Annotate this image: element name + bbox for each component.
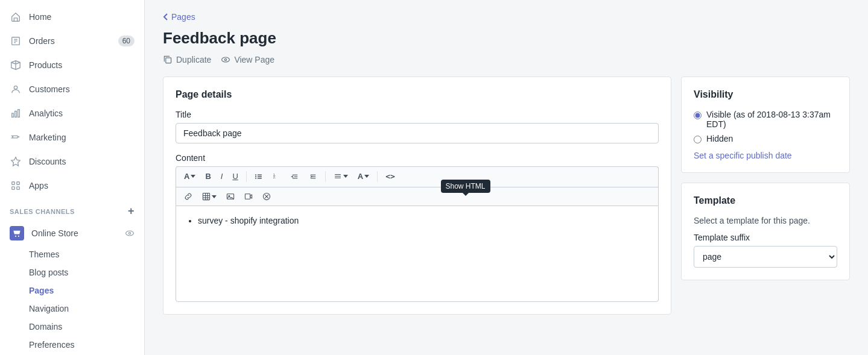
svg-point-28 <box>255 177 256 178</box>
title-input[interactable] <box>176 123 659 143</box>
view-page-button[interactable]: View Page <box>221 55 274 64</box>
svg-rect-9 <box>12 182 15 185</box>
orders-icon <box>10 35 22 47</box>
svg-point-4 <box>14 86 17 89</box>
align-button[interactable] <box>329 170 352 183</box>
sidebar-sub-domains[interactable]: Domains <box>0 318 144 336</box>
breadcrumb[interactable]: Pages <box>163 12 850 22</box>
template-title: Template <box>694 195 837 206</box>
indent-button[interactable] <box>305 170 322 183</box>
ul-button[interactable] <box>250 170 267 183</box>
sidebar-item-analytics[interactable]: Analytics <box>0 101 144 125</box>
visibility-title: Visibility <box>694 89 837 100</box>
online-store-label: Online Store <box>31 228 78 238</box>
svg-rect-6 <box>15 111 17 117</box>
svg-point-16 <box>128 232 130 234</box>
template-suffix-select[interactable]: page contact faq <box>694 246 837 268</box>
separator-1 <box>246 171 247 182</box>
sidebar-sub-themes[interactable]: Themes <box>0 245 144 263</box>
italic-button[interactable]: I <box>217 169 227 183</box>
clear-formatting-button[interactable] <box>258 190 275 203</box>
customers-icon <box>10 83 22 95</box>
page-details-title: Page details <box>176 89 659 100</box>
sidebar-item-marketing[interactable]: Marketing <box>0 125 144 149</box>
sidebar-item-apps-label: Apps <box>29 181 48 190</box>
sidebar-sub-navigation[interactable]: Navigation <box>0 300 144 318</box>
visibility-options: Visible (as of 2018-08-13 3:37am EDT) Hi… <box>694 110 837 143</box>
svg-point-26 <box>255 175 256 177</box>
duplicate-button[interactable]: Duplicate <box>163 55 211 64</box>
sidebar: Home Orders 60 Products Customers Anal <box>0 0 145 355</box>
editor-toolbar-row2: Show HTML <box>176 187 659 206</box>
svg-marker-8 <box>11 157 20 166</box>
svg-rect-48 <box>245 194 250 199</box>
orders-badge: 60 <box>118 36 135 46</box>
content-area: Page details Title Content A B I U <box>163 77 850 315</box>
sidebar-item-online-store[interactable]: Online Store <box>0 221 144 245</box>
video-button[interactable] <box>240 190 257 203</box>
analytics-icon <box>10 107 22 119</box>
sidebar-sub-preferences[interactable]: Preferences <box>0 336 144 354</box>
svg-rect-21 <box>166 58 171 63</box>
sidebar-item-home[interactable]: Home <box>0 5 144 29</box>
svg-rect-11 <box>12 187 15 190</box>
sidebar-sub-blog-posts[interactable]: Blog posts <box>0 263 144 281</box>
sidebar-item-home-label: Home <box>29 12 51 22</box>
editor-content[interactable]: survey - shopify integration <box>176 206 659 302</box>
side-cards: Visibility Visible (as of 2018-08-13 3:3… <box>681 77 850 315</box>
sidebar-item-apps[interactable]: Apps <box>0 174 144 198</box>
table-button[interactable] <box>198 190 221 203</box>
marketing-icon <box>10 131 22 143</box>
sidebar-item-discounts[interactable]: Discounts <box>0 149 144 174</box>
text-color-button[interactable]: A <box>353 169 373 183</box>
template-description: Select a template for this page. <box>694 216 837 225</box>
main-content: Pages Feedback page Duplicate View Page … <box>145 0 868 355</box>
sales-channels-title: SALES CHANNELS + <box>0 198 144 221</box>
svg-point-13 <box>15 236 16 237</box>
sidebar-sub-items: Themes Blog posts Pages Navigation Domai… <box>0 245 144 354</box>
sidebar-item-discounts-label: Discounts <box>29 157 66 166</box>
sidebar-item-products[interactable]: Products <box>0 53 144 77</box>
sidebar-sub-pages[interactable]: Pages <box>0 281 144 300</box>
set-publish-date-button[interactable]: Set a specific publish date <box>694 151 792 160</box>
separator-2 <box>325 171 326 182</box>
ol-button[interactable]: 1.2. <box>268 170 285 183</box>
outdent-button[interactable] <box>287 170 303 183</box>
add-sales-channel-button[interactable]: + <box>128 205 135 218</box>
underline-button[interactable]: U <box>228 169 242 183</box>
template-suffix-label: Template suffix <box>694 233 837 242</box>
svg-point-14 <box>18 236 19 237</box>
discounts-icon <box>10 156 22 168</box>
sidebar-item-analytics-label: Analytics <box>29 108 63 118</box>
show-html-button[interactable]: <> <box>381 169 399 183</box>
svg-rect-5 <box>12 113 14 117</box>
products-icon <box>10 59 22 71</box>
online-store-view-icon[interactable] <box>125 228 135 238</box>
apps-icon <box>10 180 22 192</box>
svg-rect-10 <box>17 182 20 185</box>
bold-button[interactable]: B <box>201 169 215 183</box>
hidden-radio[interactable] <box>694 136 702 143</box>
sidebar-item-orders[interactable]: Orders 60 <box>0 29 144 53</box>
sidebar-item-customers[interactable]: Customers <box>0 77 144 101</box>
svg-point-24 <box>255 174 256 175</box>
sidebar-item-marketing-label: Marketing <box>29 133 66 142</box>
visible-radio[interactable] <box>694 112 702 119</box>
svg-rect-41 <box>203 193 209 199</box>
font-button[interactable]: A <box>180 169 200 183</box>
breadcrumb-label: Pages <box>171 12 195 22</box>
content-label: Content <box>176 153 659 163</box>
editor-toolbar: A B I U 1.2. <box>176 166 659 187</box>
template-card: Template Select a template for this page… <box>681 183 850 280</box>
svg-point-15 <box>126 231 134 236</box>
page-title: Feedback page <box>163 29 850 48</box>
link-button[interactable] <box>180 190 197 203</box>
visible-label: Visible (as of 2018-08-13 3:37am EDT) <box>706 110 837 129</box>
sidebar-item-orders-label: Orders <box>29 36 55 46</box>
image-button[interactable] <box>222 190 239 203</box>
title-label: Title <box>176 110 659 119</box>
page-details-card: Page details Title Content A B I U <box>163 77 671 315</box>
svg-point-23 <box>225 58 227 60</box>
visible-option: Visible (as of 2018-08-13 3:37am EDT) <box>694 110 837 129</box>
svg-point-22 <box>222 57 230 62</box>
